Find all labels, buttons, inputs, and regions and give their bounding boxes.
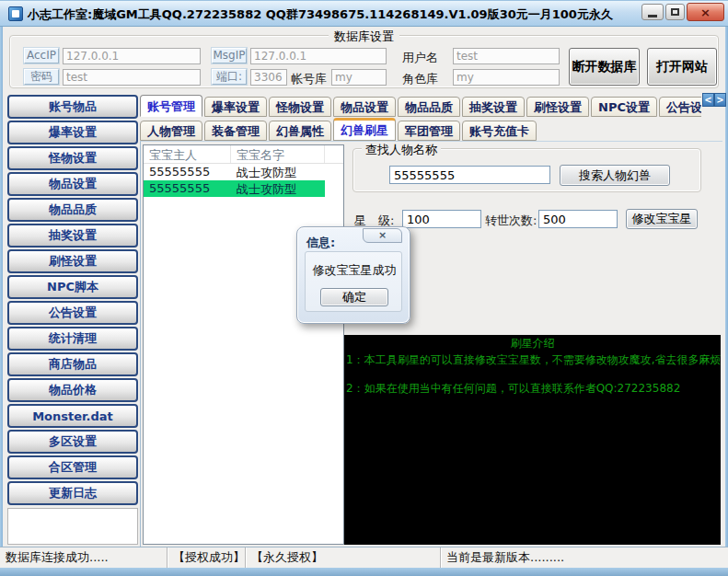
tab-account-recharge-card[interactable]: 账号充值卡 <box>462 121 537 141</box>
window-title: 小志工作室:魔域GM工具QQ.272235882 QQ群73498675.114… <box>28 6 613 23</box>
console-title: 刷星介绍 <box>344 336 721 351</box>
modify-pet-star-button[interactable]: 修改宝宝星 <box>626 209 698 229</box>
info-dialog: 信息: × 修改宝宝星成功 确定 <box>296 226 410 324</box>
search-pet-button[interactable]: 搜索人物幻兽 <box>560 165 670 186</box>
msgip-label: MsgIP <box>212 48 247 63</box>
username-input[interactable] <box>453 48 560 64</box>
tab-account-management[interactable]: 账号管理 <box>140 95 202 117</box>
password-input[interactable] <box>63 69 201 86</box>
tab-scroll-left-button[interactable]: < <box>702 93 714 107</box>
sidebar-item-merge-zone[interactable]: 合区管理 <box>7 455 138 479</box>
sidebar-item-item-price[interactable]: 物品价格 <box>7 378 138 402</box>
tab-legion-management[interactable]: 军团管理 <box>398 121 460 141</box>
pet-list-header: 宝宝主人 宝宝名字 <box>144 145 343 164</box>
dialog-title: 信息: <box>306 235 335 251</box>
minimize-icon <box>648 15 657 17</box>
dialog-message: 修改宝宝星成功 <box>297 262 411 279</box>
account-db-input[interactable] <box>331 69 387 86</box>
maximize-icon <box>671 8 679 16</box>
sidebar-item-update-log[interactable]: 更新日志 <box>7 481 138 505</box>
pet-list: 宝宝主人 宝宝名字 55555555 战士攻防型 55555555 战士攻防型 <box>143 144 344 545</box>
sidebar-item-lottery-settings[interactable]: 抽奖设置 <box>7 224 138 248</box>
disconnect-database-button[interactable]: 断开数据库 <box>569 48 640 86</box>
tab-spawn-settings[interactable]: 刷怪设置 <box>526 97 589 117</box>
database-settings-title: 数据库设置 <box>0 29 728 45</box>
sidebar-item-account-items[interactable]: 账号物品 <box>7 95 138 119</box>
role-db-input[interactable] <box>453 69 560 86</box>
sidebar: 账号物品 爆率设置 怪物设置 物品设置 物品品质 抽奖设置 刷怪设置 NPC脚本… <box>7 95 138 505</box>
maximize-button[interactable] <box>665 4 685 20</box>
console-line-1: 1：本工具刷星的可以直接修改宝宝星数，不需要修改物攻魔攻,省去很多麻烦 <box>344 352 721 368</box>
cell-pet-owner: 55555555 <box>144 164 231 180</box>
column-header-pet-owner[interactable]: 宝宝主人 <box>144 145 231 163</box>
dialog-ok-button[interactable]: 确定 <box>320 288 388 306</box>
port-label: 端口: <box>212 69 247 85</box>
dialog-close-button[interactable]: × <box>363 228 402 243</box>
sidebar-item-item-quality[interactable]: 物品品质 <box>7 198 138 222</box>
username-label: 用户名 <box>402 50 438 66</box>
open-website-button[interactable]: 打开网站 <box>647 48 717 86</box>
status-auth-success: 【授权成功】 <box>168 547 246 568</box>
tab-scroll-right-button[interactable]: > <box>714 93 726 107</box>
window-border-bottom <box>0 568 728 576</box>
sidebar-empty-box <box>7 508 138 545</box>
sidebar-item-drop-rate[interactable]: 爆率设置 <box>7 121 138 144</box>
reincarnation-label: 转世次数: <box>485 213 537 229</box>
tab-pet-star-boost[interactable]: 幻兽刷星 <box>333 118 396 141</box>
tab-strip-main: 账号管理 爆率设置 怪物设置 物品设置 物品品质 抽奖设置 刷怪设置 NPC设置… <box>140 95 701 117</box>
tab-equipment-management[interactable]: 装备管理 <box>204 121 267 141</box>
star-level-input[interactable] <box>402 210 481 228</box>
sidebar-item-spawn-settings[interactable]: 刷怪设置 <box>7 249 138 273</box>
console-line-2: 2：如果在使用当中有任何问题，可以直接联系作者QQ:272235882 <box>344 381 721 397</box>
sidebar-item-multi-zone[interactable]: 多区设置 <box>7 430 138 454</box>
accip-label: AccIP <box>24 48 59 63</box>
search-character-input[interactable] <box>389 166 550 184</box>
tab-pet-attributes[interactable]: 幻兽属性 <box>269 121 331 141</box>
pet-list-row[interactable]: 55555555 战士攻防型 <box>144 164 325 180</box>
title-bar: 小志工作室:魔域GM工具QQ.272235882 QQ群73498675.114… <box>0 0 728 27</box>
sidebar-item-statistics-cleanup[interactable]: 统计清理 <box>7 327 138 351</box>
app-icon <box>8 6 23 21</box>
pet-list-row-selected[interactable]: 55555555 战士攻防型 <box>144 180 325 197</box>
status-db-connection: 数据库连接成功..... <box>0 547 168 568</box>
status-bar: 数据库连接成功..... 【授权成功】 【永久授权】 当前是最新版本......… <box>0 547 728 568</box>
minimize-button[interactable] <box>641 4 664 20</box>
tab-monster-settings[interactable]: 怪物设置 <box>269 97 331 117</box>
cell-pet-name: 战士攻防型 <box>231 180 325 197</box>
account-db-label: 帐号库 <box>291 71 327 87</box>
window-border-left <box>0 27 3 568</box>
status-latest-version: 当前是最新版本......... <box>441 547 728 568</box>
reincarnation-input[interactable] <box>538 210 618 228</box>
tab-item-settings[interactable]: 物品设置 <box>333 97 396 117</box>
tab-character-management[interactable]: 人物管理 <box>140 121 202 141</box>
close-button[interactable]: × <box>687 3 724 21</box>
sidebar-item-monster-settings[interactable]: 怪物设置 <box>7 146 138 170</box>
cell-pet-name: 战士攻防型 <box>231 164 325 180</box>
cell-pet-owner: 55555555 <box>144 180 231 197</box>
info-console: 刷星介绍 1：本工具刷星的可以直接修改宝宝星数，不需要修改物攻魔攻,省去很多麻烦… <box>344 335 721 545</box>
status-permanent-auth: 【永久授权】 <box>246 547 441 568</box>
password-label: 密码 <box>24 69 59 85</box>
sidebar-item-item-settings[interactable]: 物品设置 <box>7 172 138 196</box>
column-header-pet-name[interactable]: 宝宝名字 <box>231 145 325 163</box>
role-db-label: 角色库 <box>402 71 438 87</box>
sidebar-item-announcement[interactable]: 公告设置 <box>7 301 138 325</box>
search-group-legend: 查找人物名称 <box>362 142 441 158</box>
tab-drop-rate[interactable]: 爆率设置 <box>204 97 267 117</box>
tab-strip-sub: 人物管理 装备管理 幻兽属性 幻兽刷星 军团管理 账号充值卡 <box>140 118 722 141</box>
accip-input[interactable] <box>63 48 201 64</box>
tab-item-quality[interactable]: 物品品质 <box>398 97 460 117</box>
tab-npc-settings[interactable]: NPC设置 <box>591 97 657 117</box>
sidebar-item-monster-dat[interactable]: Monster.dat <box>7 404 138 428</box>
sidebar-item-npc-script[interactable]: NPC脚本 <box>7 275 138 299</box>
app-window: 小志工作室:魔域GM工具QQ.272235882 QQ群73498675.114… <box>0 0 728 576</box>
sidebar-item-shop-items[interactable]: 商店物品 <box>7 352 138 376</box>
tab-lottery-settings[interactable]: 抽奖设置 <box>462 97 525 117</box>
port-input[interactable] <box>250 69 287 86</box>
msgip-input[interactable] <box>250 48 387 64</box>
tab-announcement-settings[interactable]: 公告设置 <box>659 97 701 117</box>
database-settings-title-text: 数据库设置 <box>329 29 399 43</box>
